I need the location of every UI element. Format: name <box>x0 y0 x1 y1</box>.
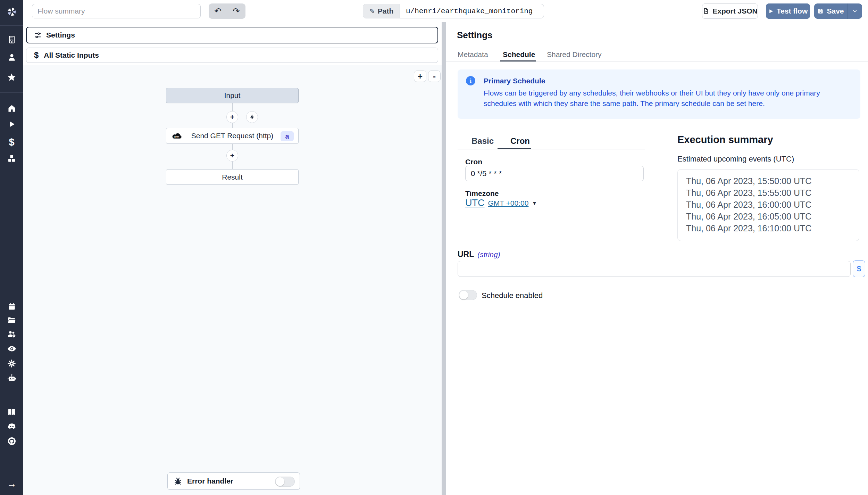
export-file-icon <box>702 8 709 15</box>
path-value: u/henri/earthquake_monitoring <box>400 7 533 15</box>
event-timestamp: Thu, 06 Apr 2023, 16:00:00 UTC <box>686 199 859 211</box>
trigger-bolt-button[interactable] <box>246 111 258 123</box>
primary-schedule-info-banner: i Primary Schedule Flows can be triggere… <box>458 69 860 119</box>
add-step-button[interactable]: + <box>226 111 238 123</box>
url-field-label-row: URL (string) <box>458 250 500 259</box>
undo-redo-group: ↶ ↷ <box>209 3 245 19</box>
sliders-icon <box>34 31 42 39</box>
pencil-icon: ✎ <box>369 7 375 15</box>
bolt-icon <box>249 114 255 120</box>
cron-label: Cron <box>465 158 482 166</box>
variables-dollar-icon[interactable]: $ <box>0 137 23 147</box>
sidebar-divider <box>0 472 23 472</box>
info-banner-title: Primary Schedule <box>484 77 545 85</box>
add-step-button[interactable]: + <box>226 150 238 162</box>
event-timestamp: Thu, 06 Apr 2023, 15:55:00 UTC <box>686 187 859 199</box>
zoom-in-button[interactable]: + <box>414 71 426 82</box>
bug-icon <box>174 477 182 486</box>
github-icon[interactable] <box>0 436 23 446</box>
flow-settings-box[interactable]: Settings <box>26 27 438 43</box>
event-timestamp: Thu, 06 Apr 2023, 16:05:00 UTC <box>686 211 859 222</box>
svg-text:HTTP: HTTP <box>174 136 180 138</box>
all-static-inputs-box[interactable]: $ All Static Inputs <box>26 48 438 63</box>
event-timestamp: Thu, 06 Apr 2023, 15:50:00 UTC <box>686 175 859 187</box>
error-handler-box[interactable]: Error handler <box>167 472 300 490</box>
play-icon <box>768 9 774 14</box>
caret-down-icon: ▼ <box>532 200 537 206</box>
subtab-border <box>458 149 645 149</box>
error-handler-label: Error handler <box>187 477 233 485</box>
settings-gear-icon[interactable] <box>0 358 23 368</box>
settings-pane: Settings Metadata Schedule Shared Direct… <box>446 22 868 495</box>
save-dropdown-button[interactable] <box>848 8 862 14</box>
flow-node-http[interactable]: HTTP Send GET Request (http) a <box>166 128 299 144</box>
cron-input[interactable] <box>465 166 644 181</box>
path-label-segment: ✎ Path <box>363 4 400 18</box>
discord-icon[interactable] <box>0 422 23 431</box>
error-handler-toggle[interactable] <box>275 477 295 487</box>
toggle-knob <box>459 291 468 299</box>
tab-shared-directory[interactable]: Shared Directory <box>547 50 602 59</box>
path-field[interactable]: ✎ Path u/henri/earthquake_monitoring <box>363 4 544 18</box>
tab-schedule[interactable]: Schedule <box>503 50 535 59</box>
runs-play-icon[interactable] <box>0 119 23 129</box>
flow-editor-pane: Settings $ All Static Inputs + - Input +… <box>23 22 442 495</box>
groups-users-icon[interactable] <box>0 329 23 339</box>
divider <box>446 46 868 46</box>
schedule-enabled-toggle[interactable] <box>459 290 477 300</box>
path-label: Path <box>378 7 394 15</box>
docs-book-icon[interactable] <box>0 407 23 417</box>
info-banner-body: Flows can be triggered by any schedules,… <box>484 88 854 109</box>
toggle-knob <box>276 477 284 486</box>
http-cloud-icon: HTTP <box>172 132 182 140</box>
redo-button[interactable]: ↷ <box>227 6 245 16</box>
save-floppy-icon <box>817 8 824 14</box>
workspace-building-icon[interactable] <box>0 35 23 44</box>
workers-robot-icon[interactable] <box>0 373 23 383</box>
event-timestamp: Thu, 06 Apr 2023, 16:10:00 UTC <box>686 222 859 234</box>
home-icon[interactable] <box>0 104 23 113</box>
timezone-offset: GMT +00:00 <box>488 199 529 207</box>
expand-arrow-icon[interactable]: → <box>0 479 23 489</box>
export-json-label: Export JSON <box>712 7 758 15</box>
save-button[interactable]: Save <box>814 7 847 15</box>
all-static-inputs-label: All Static Inputs <box>44 51 99 59</box>
undo-button[interactable]: ↶ <box>209 6 227 16</box>
user-icon[interactable] <box>0 52 23 62</box>
tab-basic[interactable]: Basic <box>471 136 494 146</box>
folders-icon[interactable] <box>0 315 23 325</box>
insert-variable-dollar-button[interactable]: $ <box>853 261 865 277</box>
url-type-label: (string) <box>477 250 500 259</box>
flow-node-input[interactable]: Input <box>166 88 299 103</box>
result-node-label: Result <box>222 173 243 181</box>
resources-cubes-icon[interactable] <box>0 154 23 163</box>
info-icon: i <box>466 76 475 85</box>
audit-eye-icon[interactable] <box>0 344 23 353</box>
flow-node-result[interactable]: Result <box>166 169 299 185</box>
pane-resize-handle[interactable] <box>442 22 446 495</box>
favorites-star-icon[interactable] <box>0 73 23 82</box>
sidebar-divider <box>0 92 23 93</box>
flow-settings-label: Settings <box>46 31 75 39</box>
timezone-select[interactable]: UTC GMT +00:00 ▼ <box>465 198 537 208</box>
http-node-label: Send GET Request (http) <box>191 132 274 140</box>
schedules-calendar-icon[interactable] <box>0 302 23 311</box>
execution-summary-title: Execution summary <box>677 134 773 146</box>
tab-cron[interactable]: Cron <box>510 136 530 146</box>
divider <box>677 149 859 149</box>
schedule-enabled-label: Schedule enabled <box>482 291 543 300</box>
upcoming-events-box: Thu, 06 Apr 2023, 15:50:00 UTC Thu, 06 A… <box>677 169 859 241</box>
timezone-label: Timezone <box>465 189 499 198</box>
export-json-button[interactable]: Export JSON <box>702 3 758 19</box>
save-split-button: Save <box>814 3 862 19</box>
save-label: Save <box>827 7 844 15</box>
flow-summary-input[interactable] <box>32 4 201 18</box>
url-input[interactable] <box>458 261 851 277</box>
windmill-logo-icon[interactable] <box>0 5 23 19</box>
topbar: ↶ ↷ ✎ Path u/henri/earthquake_monitoring… <box>23 0 868 22</box>
chevron-down-icon <box>852 8 858 14</box>
zoom-out-button[interactable]: - <box>428 71 441 82</box>
divider <box>446 61 868 62</box>
test-flow-button[interactable]: Test flow <box>766 3 810 19</box>
tab-metadata[interactable]: Metadata <box>458 50 488 59</box>
